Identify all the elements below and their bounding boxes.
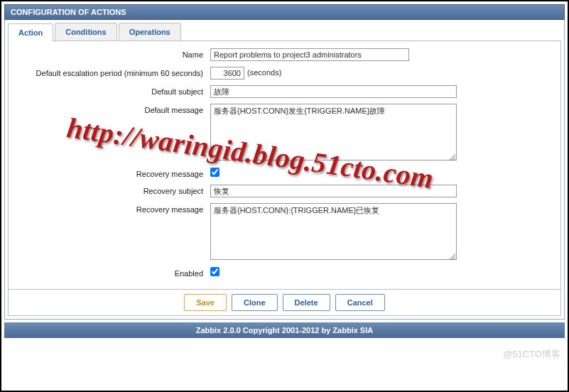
tab-action[interactable]: Action — [8, 23, 53, 41]
name-label: Name — [13, 48, 210, 60]
footer-text: Zabbix 2.0.0 Copyright 2001-2012 by Zabb… — [4, 322, 565, 338]
panel-body: Action Conditions Operations Name Defaul… — [4, 20, 565, 320]
recovery-message-checkbox[interactable] — [210, 168, 220, 177]
button-bar: Save Clone Delete Cancel — [8, 290, 561, 316]
escalation-label: Default escalation period (minimum 60 se… — [13, 67, 210, 78]
cancel-button[interactable]: Cancel — [335, 294, 385, 311]
tabs-bar: Action Conditions Operations — [8, 23, 561, 41]
name-input[interactable] — [210, 48, 409, 61]
enabled-label: Enabled — [13, 267, 210, 278]
delete-button[interactable]: Delete — [283, 294, 330, 311]
enabled-checkbox[interactable] — [210, 267, 220, 276]
default-message-textarea[interactable] — [210, 104, 457, 160]
default-message-label: Default message — [13, 104, 210, 115]
default-subject-input[interactable] — [210, 85, 457, 98]
corner-watermark: @51CTO博客 — [503, 348, 560, 361]
escalation-unit: (seconds) — [247, 67, 281, 77]
form-area: Name Default escalation period (minimum … — [8, 40, 561, 290]
recovery-subject-label: Recovery subject — [13, 185, 210, 196]
clone-button[interactable]: Clone — [232, 294, 278, 311]
save-button[interactable]: Save — [184, 294, 227, 311]
recovery-message-textarea[interactable] — [210, 203, 457, 260]
tab-conditions[interactable]: Conditions — [55, 23, 116, 40]
recovery-message-label: Recovery message — [13, 203, 210, 214]
panel-title: CONFIGURATION OF ACTIONS — [4, 4, 565, 20]
default-subject-label: Default subject — [13, 85, 210, 97]
recovery-message-chk-label: Recovery message — [13, 168, 210, 179]
tab-operations[interactable]: Operations — [119, 23, 181, 40]
recovery-subject-input[interactable] — [210, 185, 457, 197]
escalation-input[interactable] — [210, 67, 244, 80]
